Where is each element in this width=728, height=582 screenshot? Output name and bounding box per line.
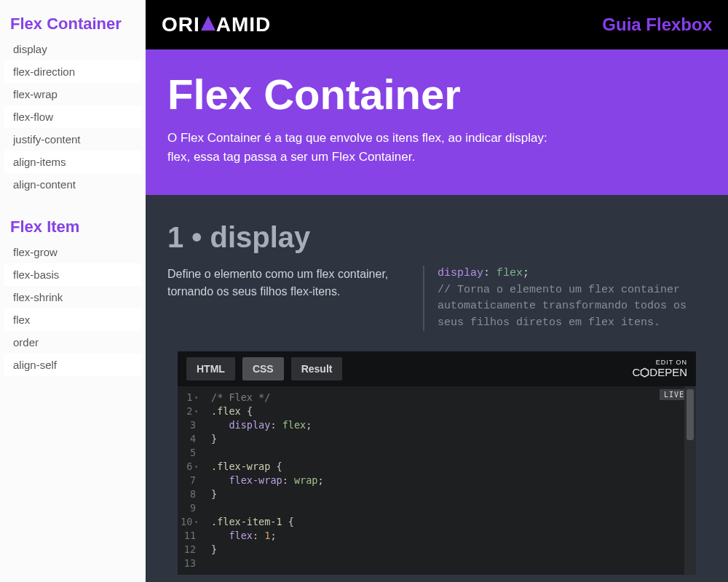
tab-html[interactable]: HTML — [186, 357, 235, 380]
sidebar-item-flex[interactable]: flex — [4, 308, 141, 331]
codepen-logo: C⬡DEPEN — [632, 366, 687, 379]
codepen-tabs: HTML CSS Result EDIT ON C⬡DEPEN — [178, 351, 696, 386]
code-line — [211, 501, 677, 515]
sidebar-heading-flex-item: Flex Item — [4, 212, 141, 241]
sidebar-item-flex-direction[interactable]: flex-direction — [4, 60, 141, 83]
topbar: ORI AMID Guia Flexbox — [146, 0, 728, 49]
tab-result[interactable]: Result — [291, 357, 343, 380]
gutter-line: 4 — [181, 432, 198, 446]
gutter-line: 11 — [181, 529, 198, 543]
logo-triangle-icon — [201, 16, 215, 31]
hero-desc: O Flex Container é a tag que envolve os … — [167, 129, 561, 166]
main: ORI AMID Guia Flexbox Flex Container O F… — [146, 0, 728, 582]
code-area[interactable]: /* Flex */.flex { display: flex;}.flex-w… — [204, 386, 684, 575]
fold-icon[interactable]: ▾ — [194, 515, 198, 529]
code-line: } — [211, 543, 677, 557]
sidebar-item-order[interactable]: order — [4, 331, 141, 354]
sidebar-heading-flex-container: Flex Container — [4, 9, 141, 38]
gutter-line: 2▾ — [181, 404, 198, 418]
fold-icon[interactable]: ▾ — [194, 391, 198, 404]
section-title: 1 • display — [167, 221, 706, 254]
code-line — [211, 446, 677, 460]
code-gutter: 1▾2▾3 4 5 6▾7 8 9 10▾11 12 13 — [178, 386, 204, 575]
scrollbar[interactable] — [684, 386, 696, 575]
sidebar-item-align-items[interactable]: align-items — [4, 151, 141, 173]
fold-icon[interactable]: ▾ — [194, 460, 198, 474]
logo[interactable]: ORI AMID — [162, 13, 271, 36]
logo-text-right: AMID — [216, 13, 272, 36]
code-line: } — [211, 432, 677, 446]
edit-on-label: EDIT ON — [632, 359, 687, 367]
sidebar-list-container: displayflex-directionflex-wrapflex-flowj… — [4, 38, 141, 196]
sidebar-item-align-content[interactable]: align-content — [4, 173, 141, 196]
sidebar: Flex Container displayflex-directionflex… — [0, 0, 146, 582]
gutter-line: 13 — [181, 557, 198, 570]
codepen-body: LIVE 1▾2▾3 4 5 6▾7 8 9 10▾11 12 13 /* Fl… — [178, 386, 696, 575]
sidebar-item-justify-content[interactable]: justify-content — [4, 128, 141, 151]
gutter-line: 8 — [181, 487, 198, 501]
code-line: display: flex; — [211, 418, 677, 432]
fold-icon[interactable]: ▾ — [194, 404, 198, 418]
hero: Flex Container O Flex Container é a tag … — [146, 49, 728, 195]
code-prop: display — [438, 267, 483, 279]
gutter-line: 9 — [181, 501, 198, 515]
sidebar-item-align-self[interactable]: align-self — [4, 354, 141, 376]
code-line: flex: 1; — [211, 529, 677, 543]
sidebar-item-flex-basis[interactable]: flex-basis — [4, 263, 141, 286]
gutter-line: 5 — [181, 446, 198, 460]
codepen-embed: HTML CSS Result EDIT ON C⬡DEPEN LIVE 1▾2… — [178, 351, 696, 575]
sidebar-list-item: flex-growflex-basisflex-shrinkflexordera… — [4, 241, 141, 376]
section-desc: Define o elemento como um flex container… — [167, 266, 405, 331]
hero-title: Flex Container — [167, 70, 706, 119]
code-comment: // Torna o elemento um flex container au… — [438, 282, 706, 332]
edit-on-codepen[interactable]: EDIT ON C⬡DEPEN — [632, 359, 687, 380]
gutter-line: 7 — [181, 474, 198, 487]
code-line — [211, 557, 677, 570]
guide-flexbox-link[interactable]: Guia Flexbox — [602, 15, 712, 35]
sidebar-item-flex-flow[interactable]: flex-flow — [4, 105, 141, 128]
tab-css[interactable]: CSS — [242, 357, 284, 380]
sidebar-item-flex-wrap[interactable]: flex-wrap — [4, 83, 141, 105]
sidebar-item-flex-grow[interactable]: flex-grow — [4, 241, 141, 263]
code-line: .flex-wrap { — [211, 460, 677, 474]
gutter-line: 3 — [181, 418, 198, 432]
section-display: 1 • display Define o elemento como um fl… — [146, 195, 728, 582]
code-line: .flex-item-1 { — [211, 515, 677, 529]
code-line: } — [211, 487, 677, 501]
section-code: display: flex; // Torna o elemento um fl… — [423, 266, 706, 331]
gutter-line: 10▾ — [181, 515, 198, 529]
sidebar-item-display[interactable]: display — [4, 38, 141, 60]
code-line: flex-wrap: wrap; — [211, 474, 677, 487]
code-line: .flex { — [211, 404, 677, 418]
code-line: /* Flex */ — [211, 391, 677, 404]
gutter-line: 6▾ — [181, 460, 198, 474]
sidebar-item-flex-shrink[interactable]: flex-shrink — [4, 286, 141, 308]
logo-text-left: ORI — [162, 13, 200, 36]
gutter-line: 12 — [181, 543, 198, 557]
scrollbar-thumb[interactable] — [687, 389, 694, 440]
code-val: flex — [496, 267, 523, 279]
gutter-line: 1▾ — [181, 391, 198, 404]
